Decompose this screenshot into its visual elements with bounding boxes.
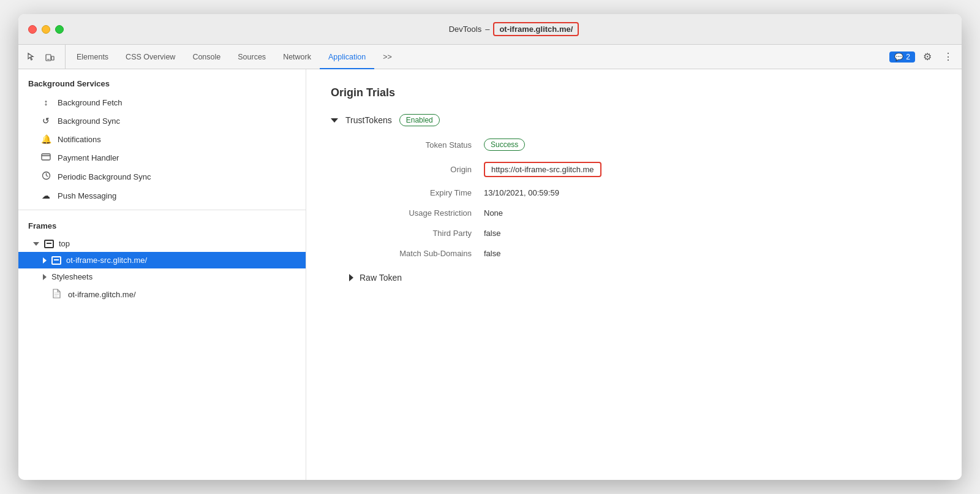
origin-url: https://ot-iframe-src.glitch.me bbox=[484, 162, 601, 177]
sidebar-divider bbox=[18, 210, 306, 210]
match-sub-domains-label: Match Sub-Domains bbox=[349, 249, 484, 258]
frames-file-label: ot-iframe.glitch.me/ bbox=[68, 290, 136, 299]
sidebar-item-notifications-label: Notifications bbox=[58, 135, 101, 144]
svg-line-7 bbox=[46, 176, 48, 177]
success-badge: Success bbox=[484, 139, 525, 151]
sidebar-item-background-sync[interactable]: ↺ Background Sync bbox=[18, 112, 306, 130]
toolbar-left-icons bbox=[23, 45, 66, 69]
frames-top-icon bbox=[44, 240, 54, 248]
svg-rect-3 bbox=[42, 154, 50, 160]
devtools-label: DevTools bbox=[449, 25, 481, 34]
chat-badge[interactable]: 💬 2 bbox=[889, 51, 915, 63]
origin-value: https://ot-iframe-src.glitch.me bbox=[484, 162, 937, 177]
inspect-icon[interactable] bbox=[23, 49, 39, 65]
tab-elements[interactable]: Elements bbox=[68, 45, 117, 69]
sidebar-item-background-sync-label: Background Sync bbox=[58, 116, 120, 126]
main-content: Background Services ↕ Background Fetch ↺… bbox=[18, 69, 962, 480]
titlebar-url: ot-iframe.glitch.me/ bbox=[493, 22, 579, 36]
sidebar-item-notifications[interactable]: 🔔 Notifications bbox=[18, 130, 306, 148]
titlebar-title: DevTools – ot-iframe.glitch.me/ bbox=[76, 22, 952, 36]
sidebar-item-background-fetch[interactable]: ↕ Background Fetch bbox=[18, 93, 306, 112]
window-controls bbox=[28, 25, 64, 34]
background-fetch-icon: ↕ bbox=[40, 97, 51, 107]
tab-sources[interactable]: Sources bbox=[229, 45, 274, 69]
frames-top[interactable]: top bbox=[18, 235, 306, 252]
titlebar: DevTools – ot-iframe.glitch.me/ bbox=[18, 14, 962, 45]
usage-restriction-value: None bbox=[484, 208, 937, 218]
tab-application[interactable]: Application bbox=[320, 45, 374, 69]
frames-iframe-icon bbox=[51, 256, 61, 265]
periodic-sync-icon bbox=[40, 171, 51, 182]
frames-iframe-label: ot-iframe-src.glitch.me/ bbox=[66, 256, 147, 265]
trust-tokens-label: TrustTokens bbox=[345, 115, 392, 125]
notifications-icon: 🔔 bbox=[40, 134, 51, 144]
sidebar-item-push-messaging-label: Push Messaging bbox=[58, 191, 116, 200]
detail-grid: Token Status Success Origin https://ot-i… bbox=[349, 139, 937, 258]
tab-console[interactable]: Console bbox=[184, 45, 229, 69]
trust-tokens-section: TrustTokens Enabled bbox=[331, 114, 937, 126]
expiry-label: Expiry Time bbox=[349, 188, 484, 197]
usage-restriction-label: Usage Restriction bbox=[349, 208, 484, 218]
frames-iframe-item[interactable]: ot-iframe-src.glitch.me/ bbox=[18, 252, 306, 268]
toolbar-right: 💬 2 ⚙ ⋮ bbox=[889, 45, 957, 69]
sidebar: Background Services ↕ Background Fetch ↺… bbox=[18, 69, 306, 480]
maximize-button[interactable] bbox=[55, 25, 64, 34]
sidebar-item-payment-handler-label: Payment Handler bbox=[58, 153, 119, 162]
frames-stylesheets-expand-icon bbox=[43, 274, 47, 280]
frames-file-item[interactable]: ot-iframe.glitch.me/ bbox=[18, 285, 306, 304]
sidebar-item-push-messaging[interactable]: ☁ Push Messaging bbox=[18, 186, 306, 205]
match-sub-domains-value: false bbox=[484, 249, 937, 258]
frames-stylesheets-label: Stylesheets bbox=[51, 272, 92, 281]
tab-css-overview[interactable]: CSS Overview bbox=[117, 45, 184, 69]
enabled-badge: Enabled bbox=[399, 114, 440, 126]
frames-top-expand-icon bbox=[33, 242, 39, 246]
tab-more[interactable]: >> bbox=[374, 45, 401, 69]
frames-file-icon bbox=[53, 289, 61, 300]
chat-icon: 💬 bbox=[894, 53, 903, 61]
expiry-value: 13/10/2021, 00:59:59 bbox=[484, 188, 937, 197]
more-options-icon[interactable]: ⋮ bbox=[940, 48, 957, 66]
payment-handler-icon bbox=[40, 153, 51, 162]
frames-stylesheets[interactable]: Stylesheets bbox=[18, 268, 306, 285]
toolbar: Elements CSS Overview Console Sources Ne… bbox=[18, 45, 962, 69]
raw-token-label: Raw Token bbox=[360, 273, 402, 283]
frames-iframe-expand-icon bbox=[43, 257, 47, 264]
content-area: Origin Trials TrustTokens Enabled Token … bbox=[306, 69, 962, 480]
device-icon[interactable] bbox=[42, 49, 58, 65]
push-messaging-icon: ☁ bbox=[40, 191, 51, 200]
frames-title: Frames bbox=[18, 215, 306, 235]
sidebar-item-periodic-background-sync[interactable]: Periodic Background Sync bbox=[18, 167, 306, 186]
token-status-value: Success bbox=[484, 139, 937, 151]
svg-rect-1 bbox=[51, 56, 54, 60]
minimize-button[interactable] bbox=[42, 25, 50, 34]
toolbar-tabs: Elements CSS Overview Console Sources Ne… bbox=[68, 45, 889, 69]
settings-icon[interactable]: ⚙ bbox=[919, 48, 936, 66]
token-status-label: Token Status bbox=[349, 139, 484, 151]
third-party-label: Third Party bbox=[349, 229, 484, 238]
chat-count: 2 bbox=[906, 53, 910, 61]
sidebar-item-payment-handler[interactable]: Payment Handler bbox=[18, 148, 306, 167]
close-button[interactable] bbox=[28, 25, 37, 34]
sidebar-item-background-fetch-label: Background Fetch bbox=[58, 98, 123, 107]
background-services-title: Background Services bbox=[18, 69, 306, 93]
background-sync-icon: ↺ bbox=[40, 116, 51, 126]
raw-token-row[interactable]: Raw Token bbox=[349, 273, 937, 283]
sidebar-item-periodic-background-sync-label: Periodic Background Sync bbox=[58, 172, 151, 181]
origin-label: Origin bbox=[349, 162, 484, 177]
page-title: Origin Trials bbox=[331, 86, 937, 99]
tab-network[interactable]: Network bbox=[274, 45, 320, 69]
frames-top-label: top bbox=[59, 239, 70, 248]
trust-tokens-expand-icon[interactable] bbox=[331, 118, 338, 123]
devtools-window: DevTools – ot-iframe.glitch.me/ Elements bbox=[18, 14, 962, 480]
third-party-value: false bbox=[484, 229, 937, 238]
raw-token-expand-icon[interactable] bbox=[349, 274, 353, 281]
